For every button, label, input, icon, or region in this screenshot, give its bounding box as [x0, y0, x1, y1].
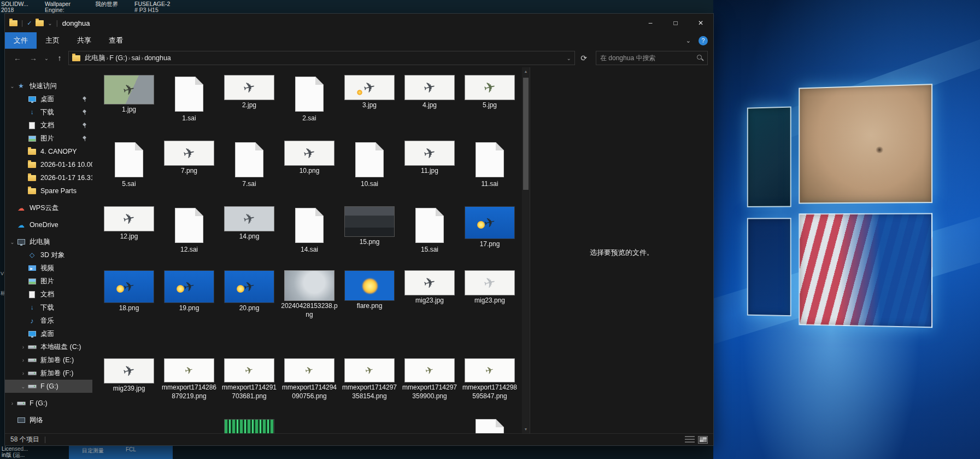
chevron-right-icon[interactable]: ›	[19, 357, 27, 363]
sidebar-item-videos[interactable]: 视频	[5, 262, 92, 275]
background-window-title[interactable]: WallpaperEngine:	[45, 1, 71, 13]
refresh-button[interactable]: ⟳	[577, 51, 591, 65]
file-item[interactable]: 5.sai	[99, 141, 159, 206]
sidebar-item-downloads-pinned[interactable]: 下载	[5, 106, 92, 119]
sidebar-item-network[interactable]: 网络	[5, 414, 92, 427]
minimize-button[interactable]: –	[638, 14, 663, 32]
tab-文件[interactable]: 文件	[5, 32, 37, 49]
address-bar[interactable]: 此电脑›F (G:)›sai›donghua ⌄	[68, 51, 575, 65]
file-item[interactable]: ✈mig23.jpg	[400, 270, 460, 358]
scroll-up-icon[interactable]: ▲	[522, 67, 530, 75]
sidebar-item-downloads[interactable]: 下载	[5, 301, 92, 314]
address-dropdown-icon[interactable]: ⌄	[567, 55, 571, 61]
breadcrumb-segment[interactable]: donghua	[143, 54, 172, 62]
file-item[interactable]: ✈14.png	[219, 206, 279, 270]
sidebar-item-folder-canopy[interactable]: 4. CANOPY	[5, 145, 92, 158]
chevron-down-icon[interactable]: ⌄	[8, 83, 16, 89]
sidebar-item-desktop[interactable]: 桌面	[5, 327, 92, 340]
sidebar-item-f-g[interactable]: ›F (G:)	[5, 397, 92, 410]
file-item[interactable]: ✈17.png	[460, 206, 520, 270]
sidebar-item-desktop-pinned[interactable]: 桌面	[5, 92, 92, 106]
sidebar-item-local-disk-c[interactable]: ›本地磁盘 (C:)	[5, 340, 92, 353]
sidebar-item-folder-2026-01-16[interactable]: 2026-01-16 10.00.	[5, 158, 92, 171]
search-box[interactable]	[596, 51, 708, 65]
sidebar-item-documents-pinned[interactable]: 文档	[5, 119, 92, 132]
sidebar-item-3d-objects[interactable]: 3D 对象	[5, 248, 92, 262]
sidebar-item-f-g-selected[interactable]: ⌄F (G:)	[5, 380, 92, 393]
thumbnails-view-button[interactable]	[698, 436, 708, 444]
chevron-down-icon[interactable]: ⌄	[8, 239, 16, 245]
sidebar-item-quick-access[interactable]: ⌄快速访问	[5, 79, 92, 92]
sidebar-item-new-volume-f[interactable]: ›新加卷 (F:)	[5, 367, 92, 380]
file-item[interactable]	[219, 419, 279, 433]
back-button[interactable]: ←	[10, 51, 25, 65]
forward-button[interactable]: →	[26, 51, 40, 65]
file-item[interactable]	[460, 419, 520, 433]
background-window-title[interactable]: 我的世界	[95, 1, 118, 7]
help-button[interactable]: ?	[699, 36, 708, 45]
file-item[interactable]: ✈20.png	[219, 270, 279, 358]
file-item[interactable]: ✈10.png	[279, 141, 339, 206]
file-item[interactable]: ✈1.jpg	[99, 75, 159, 141]
tab-共享[interactable]: 共享	[68, 32, 100, 49]
sidebar-item-documents[interactable]: 文档	[5, 288, 92, 301]
file-item[interactable]: 14.sai	[279, 206, 339, 270]
file-item[interactable]: ✈18.png	[99, 270, 159, 358]
tab-查看[interactable]: 查看	[100, 32, 132, 49]
file-item[interactable]: ✈11.jpg	[400, 141, 460, 206]
scrollbar-track[interactable]	[522, 75, 530, 425]
file-item[interactable]: 1.sai	[159, 75, 219, 141]
maximize-button[interactable]: □	[663, 14, 688, 32]
file-item[interactable]: ✈4.jpg	[400, 75, 460, 141]
sidebar-item-wps-cloud[interactable]: WPS云盘	[5, 201, 92, 214]
file-item[interactable]: ✈mmexport1714291703681.png	[219, 358, 279, 419]
file-item[interactable]: 7.sai	[219, 141, 279, 206]
file-item[interactable]: ✈5.jpg	[460, 75, 520, 141]
close-button[interactable]: ✕	[688, 14, 713, 32]
tab-主页[interactable]: 主页	[37, 32, 68, 49]
file-item[interactable]: ✈mmexport1714286879219.png	[159, 358, 219, 419]
background-window-title[interactable]: SOLIDW...2018	[1, 1, 28, 13]
new-folder-icon[interactable]	[36, 20, 44, 26]
file-item[interactable]: ✈mmexport1714297359900.png	[400, 358, 460, 419]
sidebar-item-pictures[interactable]: 图片	[5, 275, 92, 288]
file-item[interactable]: ✈7.png	[159, 141, 219, 206]
file-item[interactable]: 15.png	[339, 206, 400, 270]
title-bar[interactable]: | ✓ ⌄ | donghua – □ ✕	[5, 14, 713, 32]
file-item[interactable]: 2.sai	[279, 75, 339, 141]
chevron-right-icon[interactable]: ›	[19, 344, 27, 350]
recent-locations-icon[interactable]: ⌄	[42, 51, 51, 65]
breadcrumb-segment[interactable]: 此电脑	[84, 54, 107, 63]
file-item[interactable]: ✈3.jpg	[339, 75, 400, 141]
sidebar-item-onedrive[interactable]: OneDrive	[5, 218, 92, 231]
chevron-down-icon[interactable]: ⌄	[48, 20, 52, 26]
file-item[interactable]: 10.sai	[339, 141, 400, 206]
chevron-right-icon[interactable]: ›	[19, 370, 27, 376]
file-item[interactable]: ✈mmexport1714294090756.png	[279, 358, 339, 419]
expand-ribbon-icon[interactable]: ⌄	[686, 37, 691, 44]
file-item[interactable]: 11.sai	[460, 141, 520, 206]
chevron-right-icon[interactable]: ›	[8, 400, 16, 406]
file-item[interactable]: ✈mmexport1714298595847.png	[460, 358, 520, 419]
sidebar-item-pictures-pinned[interactable]: 图片	[5, 132, 92, 145]
scrollbar-thumb[interactable]	[523, 78, 529, 190]
sidebar-item-this-pc[interactable]: ⌄此电脑	[5, 235, 92, 248]
search-input[interactable]	[600, 54, 697, 62]
breadcrumb-segment[interactable]: sai	[130, 54, 141, 62]
file-item[interactable]: ✈mig23.png	[460, 270, 520, 358]
sidebar-item-folder-2026-01-17[interactable]: 2026-01-17 16.31.	[5, 171, 92, 184]
background-button[interactable]: FCL	[126, 446, 136, 452]
details-view-button[interactable]	[685, 436, 695, 443]
chevron-down-icon[interactable]: ⌄	[19, 384, 27, 390]
background-button[interactable]: 目定测量	[82, 448, 104, 454]
file-item[interactable]: ✈mmexport1714297358154.png	[339, 358, 400, 419]
file-item[interactable]: ✈2.jpg	[219, 75, 279, 141]
file-item[interactable]: 12.sai	[159, 206, 219, 270]
sidebar-item-folder-spare-parts[interactable]: Spare Parts	[5, 184, 92, 197]
background-window-title[interactable]: FUSELAGE-2# P3 H15	[134, 1, 170, 13]
sidebar-item-music[interactable]: 音乐	[5, 314, 92, 327]
up-button[interactable]: ↑	[52, 51, 67, 65]
sidebar-item-new-volume-e[interactable]: ›新加卷 (E:)	[5, 353, 92, 367]
scrollbar[interactable]: ▲ ▼	[522, 67, 530, 433]
quick-access-check-icon[interactable]: ✓	[27, 20, 32, 27]
